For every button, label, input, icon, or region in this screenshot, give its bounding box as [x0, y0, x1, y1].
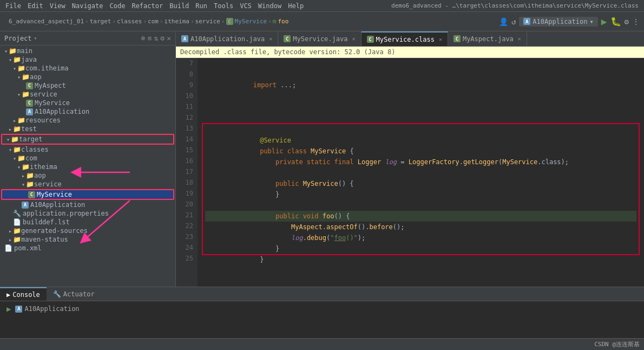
sidebar-arrow[interactable]: ▾ [34, 35, 37, 41]
file-icon-app-props: 🔧 [13, 210, 21, 217]
tree-item-builddef[interactable]: 📄 builddef.lst [0, 218, 175, 226]
tab-close-a10[interactable]: ✕ [269, 36, 272, 42]
line-num-11: 11 [176, 101, 193, 112]
window-title: demo6_advanced - …\target\classes\com\it… [388, 2, 642, 9]
debug-button[interactable]: 🐛 [610, 16, 621, 27]
menu-build[interactable]: Build [166, 2, 192, 10]
tab-label-myservice-class: MyService.class [376, 36, 435, 43]
tree-item-test[interactable]: ▸ 📁 test [0, 125, 175, 133]
breadcrumb-part-4[interactable]: itheima [165, 18, 189, 25]
breadcrumb-method[interactable]: foo [278, 18, 288, 25]
code-editor[interactable]: 7 8 9 10 11 12 13 14 15 16 17 18 19 20 2… [176, 58, 644, 287]
tab-myaspect[interactable]: C MyAspect.java ✕ [448, 31, 527, 46]
breadcrumb-part-1[interactable]: target [90, 18, 111, 25]
tab-close-myservice-class[interactable]: ✕ [439, 36, 442, 42]
tab-icon-a10: A [181, 35, 188, 42]
sidebar-icon-sort[interactable]: ⇅ [154, 34, 159, 42]
user-icon[interactable]: 👤 [499, 17, 508, 26]
code-line-10 [202, 90, 640, 101]
menu-tools[interactable]: Tools [211, 2, 236, 10]
tree-item-app-props[interactable]: 🔧 application.properties [0, 209, 175, 218]
run-icon-bottom[interactable]: ▶ [6, 304, 11, 313]
sidebar-icon-collapse[interactable]: ≡ [148, 34, 152, 42]
tree-label-aop-target: aop [34, 172, 46, 179]
run-config-label: A10Application [533, 18, 587, 25]
menu-vcs[interactable]: VCS [236, 2, 255, 10]
status-bar: CSDN @连连斯基 [0, 338, 644, 350]
more-button[interactable]: ⋮ [632, 17, 640, 26]
tree-item-main[interactable]: ▾ 📁 main [0, 47, 175, 55]
tree-item-java[interactable]: ▾ 📁 java [0, 55, 175, 64]
sidebar-icon-settings[interactable]: ⚙ [160, 34, 165, 42]
tree-item-myservice-target[interactable]: C MyService [1, 189, 174, 200]
tab-myservice-class[interactable]: C MyService.class ✕ [362, 31, 448, 46]
line-num-18: 18 [176, 177, 193, 188]
tree-item-com-itheima[interactable]: ▾ 📁 com.itheima [0, 64, 175, 73]
tab-close-myservice-java[interactable]: ✕ [352, 36, 355, 42]
tree-label-app-props: application.properties [23, 210, 109, 217]
tree-item-target[interactable]: ▾ 📁 target [1, 134, 174, 145]
sidebar-icon-close[interactable]: ✕ [167, 34, 171, 42]
breadcrumb-part-7[interactable]: m [273, 18, 277, 25]
menu-view[interactable]: View [47, 2, 69, 10]
tab-a10application[interactable]: A A10Application.java ✕ [176, 31, 278, 46]
coverage-button[interactable]: ⚙ [625, 17, 629, 26]
menu-window[interactable]: Window [255, 2, 285, 10]
tree-item-a10-target[interactable]: A A10Application [0, 200, 175, 209]
line-num-15: 15 [176, 145, 193, 155]
tab-label-myservice-java: MyService.java [293, 35, 347, 43]
tree-item-aop-target[interactable]: ▸ 📁 aop [0, 171, 175, 180]
class-icon-myservice-target: C [28, 191, 35, 198]
bottom-tab-console[interactable]: ▶ Console [0, 287, 47, 301]
tree-item-generated[interactable]: ▸ 📁 generated-sources [0, 226, 175, 235]
line-num-20: 20 [176, 199, 193, 210]
tree-item-myservice-src[interactable]: C MyService [0, 99, 175, 107]
bottom-tab-actuator[interactable]: 🔧 Actuator [47, 287, 101, 301]
tree-label-myservice-src: MyService [35, 99, 70, 107]
folder-icon-target: 📁 [11, 135, 19, 143]
line-num-14: 14 [176, 134, 193, 145]
tree-item-aop-src[interactable]: ▾ 📁 aop [0, 73, 175, 81]
code-line-20: public void foo() { [205, 200, 636, 211]
tab-close-myaspect[interactable]: ✕ [518, 36, 521, 42]
code-line-17: public MyService() { [205, 167, 636, 178]
menu-help[interactable]: Help [285, 2, 307, 10]
tree-label-myservice-target: MyService [37, 191, 72, 198]
menu-run[interactable]: Run [192, 2, 211, 10]
tree-label-classes: classes [21, 146, 49, 153]
menu-edit[interactable]: Edit [24, 2, 47, 10]
sync-icon[interactable]: ↺ [511, 17, 516, 26]
sidebar-icon-locate[interactable]: ⊕ [141, 34, 146, 42]
line-num-10: 10 [176, 90, 193, 101]
tree-item-maven-status[interactable]: ▸ 📁 maven-status [0, 235, 175, 244]
tree-item-com-target[interactable]: ▾ 📁 com [0, 154, 175, 163]
run-button[interactable]: ▶ [601, 16, 607, 27]
tree-item-a10-src[interactable]: A A10Application [0, 107, 175, 116]
tree-item-service-src[interactable]: ▾ 📁 service [0, 90, 175, 99]
tab-icon-myservice-java: C [284, 35, 291, 42]
breadcrumb-part-2[interactable]: classes [117, 18, 142, 25]
breadcrumb-part-6[interactable]: MyService [235, 18, 267, 25]
menu-file[interactable]: File [2, 2, 24, 10]
run-config[interactable]: A A10Application ▾ [519, 17, 597, 27]
tree-item-pom[interactable]: 📄 pom.xml [0, 244, 175, 252]
menu-refactor[interactable]: Refactor [128, 2, 166, 10]
code-content[interactable]: import ...; @Service [198, 58, 644, 287]
tree-item-resources[interactable]: ▸ 📁 resources [0, 116, 175, 125]
menu-navigate[interactable]: Navigate [69, 2, 107, 10]
status-text: CSDN @连连斯基 [594, 340, 640, 348]
tree-label-generated: generated-sources [21, 227, 88, 235]
breadcrumb-part-5[interactable]: service [195, 18, 220, 25]
editor-tabs: A A10Application.java ✕ C MyService.java… [176, 31, 644, 47]
tree-item-itheima-target[interactable]: ▾ 📁 itheima [0, 163, 175, 171]
line-num-22: 22 [176, 221, 193, 231]
bottom-panel: ▶ Console 🔧 Actuator ▶ A A10Application [0, 287, 644, 338]
project-tree: ▾ 📁 main ▾ 📁 java ▾ 📁 com.itheima [0, 46, 175, 287]
tree-item-myaspect-src[interactable]: C MyAspect [0, 81, 175, 90]
breadcrumb-part-3[interactable]: com [148, 18, 159, 25]
breadcrumb-part-0[interactable]: 6_advanced_aspectj_01 [9, 18, 84, 25]
tab-myservice-java[interactable]: C MyService.java ✕ [278, 31, 361, 46]
tree-item-classes[interactable]: ▾ 📁 classes [0, 145, 175, 154]
menu-code[interactable]: Code [107, 2, 129, 10]
tree-item-service-target[interactable]: ▾ 📁 service [0, 180, 175, 189]
